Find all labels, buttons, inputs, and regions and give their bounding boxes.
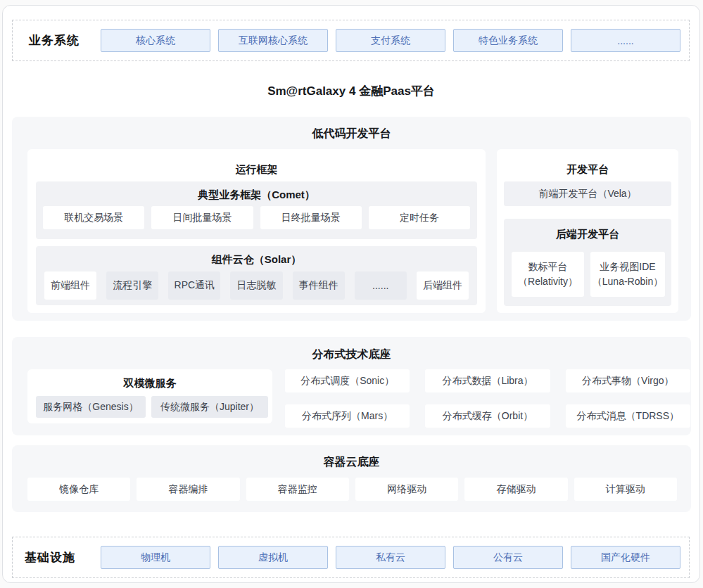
lowcode-platform-title: 低代码开发平台 bbox=[12, 127, 691, 141]
container-cloud-section: 容器云底座 镜像仓库 容器编排 容器监控 网络驱动 存储驱动 计算驱动 bbox=[12, 445, 691, 512]
chip-distributed-sequence-mars: 分布式序列（Mars） bbox=[285, 404, 410, 428]
chip-distributed-message-tdrss: 分布式消息（TDRSS） bbox=[566, 404, 690, 428]
chip-luna-robin-ide: 业务视图IDE （Luna-Robin） bbox=[590, 252, 665, 297]
solar-repo-title: 组件云仓（Solar） bbox=[36, 253, 477, 267]
chip-distributed-data-libra: 分布式数据（Libra） bbox=[425, 369, 550, 392]
chip-public-cloud: 公有云 bbox=[453, 546, 563, 569]
dev-platform-card: 开发平台 前端开发平台（Vela） 后端开发平台 数标平台 （Relativit… bbox=[497, 149, 678, 313]
container-cloud-row: 镜像仓库 容器编排 容器监控 网络驱动 存储驱动 计算驱动 bbox=[27, 478, 677, 501]
chip-luna-robin-line1: 业务视图IDE bbox=[600, 260, 655, 274]
distributed-base-section: 分布式技术底座 双模微服务 服务网格（Genesis） 传统微服务（Jupite… bbox=[12, 337, 691, 435]
backend-dev-card: 后端开发平台 数标平台 （Relativity） 业务视图IDE （Luna-R… bbox=[504, 219, 671, 306]
chip-traditional-microservice-jupiter: 传统微服务（Jupiter） bbox=[151, 396, 268, 418]
chip-payment-system: 支付系统 bbox=[336, 29, 445, 52]
chip-distributed-scheduling-sonic: 分布式调度（Sonic） bbox=[285, 369, 410, 392]
dual-mode-row: 服务网格（Genesis） 传统微服务（Jupiter） bbox=[36, 396, 268, 418]
distributed-base-title: 分布式技术底座 bbox=[12, 347, 691, 362]
distributed-services-grid: 分布式调度（Sonic） 分布式数据（Libra） 分布式事物（Virgo） 分… bbox=[285, 369, 690, 428]
chip-container-orchestration: 容器编排 bbox=[137, 478, 239, 501]
chip-backend-component: 后端组件 bbox=[417, 271, 469, 300]
chip-frontend-component: 前端组件 bbox=[44, 271, 96, 300]
runtime-framework-title: 运行框架 bbox=[27, 163, 486, 177]
container-cloud-title: 容器云底座 bbox=[12, 455, 691, 470]
infrastructure-label: 基础设施 bbox=[25, 537, 75, 577]
chip-online-transaction: 联机交易场景 bbox=[43, 206, 144, 229]
dev-platform-title: 开发平台 bbox=[497, 163, 678, 177]
comet-scenarios-row: 联机交易场景 日间批量场景 日终批量场景 定时任务 bbox=[43, 206, 470, 229]
chip-luna-robin-line2: （Luna-Robin） bbox=[593, 274, 663, 289]
business-systems-chips: 核心系统 互联网核心系统 支付系统 特色业务系统 ...... bbox=[101, 20, 680, 60]
chip-storage-driver: 存储驱动 bbox=[464, 478, 567, 501]
infrastructure-chips: 物理机 虚拟机 私有云 公有云 国产化硬件 bbox=[101, 537, 680, 577]
comet-framework-title: 典型业务框架（Comet） bbox=[36, 188, 477, 202]
chip-endofday-batch: 日终批量场景 bbox=[260, 206, 362, 229]
chip-private-cloud: 私有云 bbox=[336, 546, 445, 569]
chip-relativity-platform: 数标平台 （Relativity） bbox=[512, 252, 584, 297]
chip-relativity-line1: 数标平台 bbox=[528, 260, 568, 274]
chip-log-masking: 日志脱敏 bbox=[230, 271, 282, 300]
chip-physical-machine: 物理机 bbox=[101, 546, 210, 569]
chip-service-mesh-genesis: 服务网格（Genesis） bbox=[36, 396, 146, 418]
backend-dev-row: 数标平台 （Relativity） 业务视图IDE （Luna-Robin） bbox=[512, 252, 665, 297]
chip-relativity-line2: （Relativity） bbox=[518, 274, 578, 289]
solar-components-row: 前端组件 流程引擎 RPC通讯 日志脱敏 事件组件 ...... 后端组件 bbox=[44, 271, 469, 300]
business-systems-label: 业务系统 bbox=[29, 20, 80, 60]
runtime-framework-card: 运行框架 典型业务框架（Comet） 联机交易场景 日间批量场景 日终批量场景 … bbox=[27, 149, 486, 313]
chip-rpc-communication: RPC通讯 bbox=[168, 271, 220, 300]
chip-vela-frontend-platform: 前端开发平台（Vela） bbox=[504, 181, 671, 206]
dual-mode-microservice-card: 双模微服务 服务网格（Genesis） 传统微服务（Jupiter） bbox=[27, 369, 272, 423]
chip-internet-core-system: 互联网核心系统 bbox=[218, 29, 328, 52]
chip-container-monitoring: 容器监控 bbox=[246, 478, 349, 501]
chip-virtual-machine: 虚拟机 bbox=[218, 546, 328, 569]
infrastructure-band: 基础设施 物理机 虚拟机 私有云 公有云 国产化硬件 bbox=[12, 537, 690, 578]
platform-title: Sm@rtGalaxy 4 金融Paas平台 bbox=[3, 83, 699, 99]
chip-compute-driver: 计算驱动 bbox=[574, 478, 677, 501]
chip-special-business-system: 特色业务系统 bbox=[453, 29, 563, 52]
chip-distributed-cache-orbit: 分布式缓存（Orbit） bbox=[425, 404, 550, 428]
chip-event-component: 事件组件 bbox=[293, 271, 345, 300]
comet-framework-card: 典型业务框架（Comet） 联机交易场景 日间批量场景 日终批量场景 定时任务 bbox=[36, 181, 477, 239]
architecture-diagram: 业务系统 核心系统 互联网核心系统 支付系统 特色业务系统 ...... Sm@… bbox=[2, 5, 700, 583]
chip-more-systems: ...... bbox=[571, 29, 680, 52]
chip-image-registry: 镜像仓库 bbox=[27, 478, 130, 501]
dual-mode-title: 双模微服务 bbox=[27, 377, 272, 390]
chip-domestic-hardware: 国产化硬件 bbox=[571, 546, 680, 569]
chip-more-components: ...... bbox=[355, 271, 407, 300]
solar-repo-card: 组件云仓（Solar） 前端组件 流程引擎 RPC通讯 日志脱敏 事件组件 ..… bbox=[36, 246, 477, 305]
chip-core-system: 核心系统 bbox=[101, 29, 210, 52]
chip-process-engine: 流程引擎 bbox=[106, 271, 158, 300]
chip-distributed-transaction-virgo: 分布式事物（Virgo） bbox=[566, 369, 690, 392]
lowcode-platform-section: 低代码开发平台 运行框架 典型业务框架（Comet） 联机交易场景 日间批量场景… bbox=[12, 117, 691, 321]
backend-dev-title: 后端开发平台 bbox=[504, 228, 671, 241]
chip-network-driver: 网络驱动 bbox=[355, 478, 458, 501]
chip-scheduled-task: 定时任务 bbox=[369, 206, 470, 229]
business-systems-band: 业务系统 核心系统 互联网核心系统 支付系统 特色业务系统 ...... bbox=[12, 20, 690, 61]
chip-intraday-batch: 日间批量场景 bbox=[151, 206, 253, 229]
